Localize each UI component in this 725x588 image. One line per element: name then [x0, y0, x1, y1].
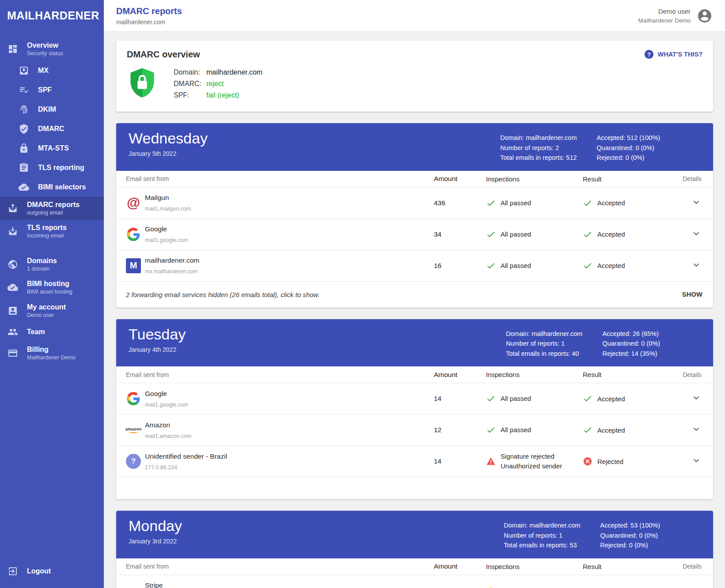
stat-line: Rejected: 14 (35%) [602, 349, 660, 359]
day-date: January 5th 2022 [129, 150, 208, 157]
column-header-details: Details [678, 175, 703, 182]
sidebar-item-bimi-hosting[interactable]: BIMI hosting BIMI asset hosting [0, 276, 104, 299]
day-card-header: Tuesday January 4th 2022 Domain: mailhar… [116, 319, 713, 367]
check-icon [486, 394, 496, 403]
report-row-google[interactable]: Google mail1.google.com 14 All passed Ac… [116, 383, 713, 415]
column-header-amount: Amount [434, 562, 486, 570]
sidebar-item-label: SPF [38, 87, 52, 94]
report-row-unidentified-sender-brazil[interactable]: ? Unidentified sender - Brazil 177.0.86.… [116, 446, 713, 477]
sidebar-item-sublabel: outgoing email [27, 210, 80, 216]
user-menu[interactable]: Demo user Mailhardener Demo [638, 8, 713, 24]
column-header-email-sent-from: Email sent from [126, 175, 434, 182]
sidebar-item-sublabel: Security status [27, 51, 63, 57]
day-stats: Domain: mailhardener.comNumber of report… [504, 520, 660, 550]
sidebar-item-tls-reporting[interactable]: TLS reporting [0, 158, 104, 177]
chevron-down-icon[interactable] [691, 197, 702, 207]
chevron-down-icon[interactable] [691, 584, 702, 588]
google-logo [126, 391, 141, 406]
stripe-logo: stripe [126, 583, 141, 588]
sidebar-item-team[interactable]: Team [0, 322, 104, 342]
sidebar-item-bimi-selectors[interactable]: BIMI selectors [0, 177, 104, 197]
content: DMARC overview ? WHAT'S THIS? Domain: ma… [104, 32, 725, 588]
sidebar-item-label: My account [27, 304, 66, 311]
result-label: Accepted [597, 230, 625, 238]
stat-line: Quarantined: 0 (0%) [602, 339, 660, 349]
overview-fields: Domain: mailhardener.com DMARC: reject S… [174, 67, 262, 101]
sidebar-item-dmarc[interactable]: DMARC [0, 119, 104, 139]
stat-line: Number of reports: 1 [506, 339, 582, 349]
sidebar-item-sublabel: BIMI asset hosting [27, 289, 72, 295]
page-subtitle: mailhardener.com [116, 19, 182, 26]
report-row-mailhardener-com[interactable]: M mailhardener.com mx.mailhardener.com 1… [116, 250, 713, 282]
chevron-down-icon[interactable] [691, 392, 702, 403]
stat-line: Accepted: 512 (100%) [597, 133, 660, 143]
report-row-stripe[interactable]: stripe Stripe mail1.stripe.com 51 Signat… [116, 575, 713, 588]
sender-name: mailhardener.com [145, 256, 199, 264]
report-row-amazon[interactable]: amazon Amazon mail1.amazon.com 12 All pa… [116, 415, 713, 446]
account-circle-icon[interactable] [697, 8, 713, 24]
sidebar-item-domains[interactable]: Domains 1 domain [0, 253, 104, 276]
logout-button[interactable]: Logout [0, 562, 104, 581]
sender-name: Mailgun [145, 194, 191, 202]
inspection-text: All passed [501, 261, 531, 271]
inspection-text: All passed [501, 425, 531, 435]
dashboard-icon [8, 44, 18, 54]
day-stats-primary: Domain: mailhardener.comNumber of report… [500, 133, 577, 163]
day-name: Monday [129, 518, 182, 534]
sidebar-item-sublabel: Mailhardener Demo [27, 355, 76, 361]
column-header-details: Details [678, 563, 703, 570]
overview-field: DMARC: reject [174, 78, 262, 90]
sidebar-item-label: BIMI selectors [38, 184, 86, 191]
playlist-check-icon [19, 85, 29, 95]
sidebar-item-spf[interactable]: SPF [0, 80, 104, 100]
account-box-icon [8, 305, 18, 316]
report-row-google[interactable]: Google mail1.google.com 34 All passed Ac… [116, 219, 713, 250]
credit-card-icon [8, 348, 18, 358]
stat-line: Domain: mailhardener.com [504, 520, 580, 531]
day-card-header: Monday January 3rd 2022 Domain: mailhard… [116, 511, 713, 558]
sidebar-item-dmarc-reports[interactable]: DMARC reports outgoing email [0, 197, 104, 220]
mailhardener-logo: M [126, 258, 141, 273]
sender-name: Stripe [145, 581, 185, 588]
sender-host: 177.0.86.234 [145, 464, 227, 471]
sender-host: mail1.amazon.com [145, 433, 191, 439]
globe-icon [8, 259, 18, 270]
table-header: Email sent fromAmountInspectionsResultDe… [116, 558, 713, 575]
chevron-down-icon[interactable] [691, 260, 702, 270]
sender-name: Amazon [145, 421, 191, 429]
sidebar: MAILHARDENER Overview Security status MX… [0, 0, 104, 588]
stat-line: Total emails in reports: 512 [500, 153, 577, 163]
sidebar-item-my-account[interactable]: My account Demo user [0, 299, 104, 323]
hidden-services-row[interactable]: 2 forwarding email services hidden (26 e… [116, 282, 713, 308]
sidebar-item-billing[interactable]: Billing Mailhardener Demo [0, 342, 104, 365]
column-header-result: Result [583, 371, 678, 378]
chevron-down-icon[interactable] [691, 424, 702, 434]
day-stats-secondary: Accepted: 512 (100%)Quarantined: 0 (0%)R… [597, 133, 660, 163]
day-date: January 4th 2022 [129, 346, 186, 353]
sidebar-item-dkim[interactable]: DKIM [0, 100, 104, 119]
cloud-check-icon [19, 182, 29, 192]
result-label: Accepted [597, 395, 625, 403]
day-cards: Wednesday January 5th 2022 Domain: mailh… [116, 123, 713, 588]
stat-line: Accepted: 53 (100%) [600, 520, 660, 531]
sidebar-item-mta-sts[interactable]: MTA-STS [0, 139, 104, 158]
whats-this-link[interactable]: ? WHAT'S THIS? [644, 49, 702, 59]
clipboard-icon [19, 162, 29, 173]
chevron-down-icon[interactable] [691, 455, 702, 466]
overview-field: Domain: mailhardener.com [174, 67, 262, 78]
sidebar-item-label: Domains [27, 257, 57, 264]
google-logo [126, 227, 141, 242]
whats-this-label: WHAT'S THIS? [658, 51, 702, 58]
column-header-amount: Amount [434, 175, 486, 183]
day-card-wednesday: Wednesday January 5th 2022 Domain: mailh… [116, 123, 713, 308]
day-name: Wednesday [129, 130, 208, 147]
report-row-mailgun[interactable]: @ Mailgun mail1.mailgun.com 436 All pass… [116, 188, 713, 219]
sidebar-item-tls-reports[interactable]: TLS reports incoming email [0, 220, 104, 243]
sidebar-item-overview[interactable]: Overview Security status [0, 38, 104, 61]
chevron-down-icon[interactable] [691, 228, 702, 239]
sidebar-item-mx[interactable]: MX [0, 61, 104, 80]
amount-value: 14 [434, 395, 486, 403]
overview-field-label: SPF: [174, 90, 206, 101]
show-button[interactable]: SHOW [682, 291, 702, 298]
mailgun-logo: @ [126, 196, 141, 211]
